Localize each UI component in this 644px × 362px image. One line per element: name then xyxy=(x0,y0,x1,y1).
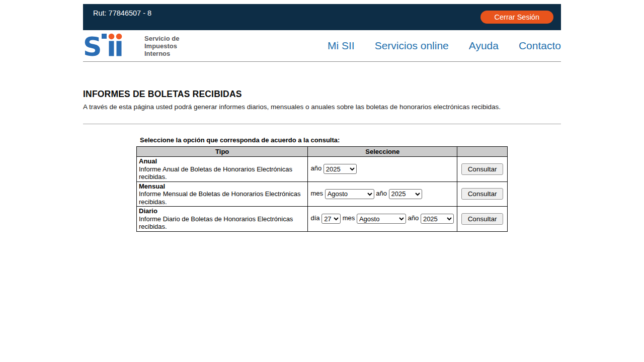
diario-month-select[interactable]: Agosto xyxy=(357,214,406,224)
nav-item-contacto[interactable]: Contacto xyxy=(519,40,561,52)
table-row-diario: Diario Informe Diario de Boletas de Hono… xyxy=(137,207,508,232)
intro-divider xyxy=(83,124,561,124)
select-cell-diario: día 27 mes Agosto año 2025 xyxy=(308,207,457,232)
tipo-desc-anual: Informe Anual de Boletas de Honorarios E… xyxy=(139,165,292,181)
svg-text:S: S xyxy=(83,32,102,57)
button-cell-mensual: Consultar xyxy=(457,182,508,207)
consultar-diario-button[interactable]: Consultar xyxy=(461,213,504,225)
tipo-desc-mensual: Informe Mensual de Boletas de Honorarios… xyxy=(139,190,301,206)
logo-text-line1: Servicio de xyxy=(144,35,179,42)
tipo-cell-anual: Anual Informe Anual de Boletas de Honora… xyxy=(137,157,308,182)
nav-item-servicios-online[interactable]: Servicios online xyxy=(375,40,449,52)
tipo-name-mensual: Mensual xyxy=(139,183,165,190)
session-bar: Rut: 77846507 - 8 Cerrar Sesión xyxy=(83,4,561,30)
tipo-name-diario: Diario xyxy=(139,207,157,215)
mensual-month-label: mes xyxy=(310,190,323,197)
anual-year-label: año xyxy=(310,165,321,172)
table-row-anual: Anual Informe Anual de Boletas de Honora… xyxy=(137,157,508,182)
diario-day-label: día xyxy=(310,215,319,222)
tipo-cell-diario: Diario Informe Diario de Boletas de Hono… xyxy=(137,207,308,232)
diario-year-select[interactable]: 2025 xyxy=(421,214,454,224)
table-row-mensual: Mensual Informe Mensual de Boletas de Ho… xyxy=(137,182,508,207)
site-header: S Servicio de Impuestos Internos Mi SII … xyxy=(83,30,561,62)
anual-year-select[interactable]: 2025 xyxy=(324,164,357,174)
consulta-caption: Seleccione la opción que corresponda de … xyxy=(136,136,508,144)
sii-logo[interactable]: S Servicio de Impuestos Internos xyxy=(83,32,179,59)
logo-text-line3: Internos xyxy=(144,50,170,57)
tipo-cell-mensual: Mensual Informe Mensual de Boletas de Ho… xyxy=(137,182,308,207)
nav-item-ayuda[interactable]: Ayuda xyxy=(469,40,499,52)
nav-item-mi-sii[interactable]: Mi SII xyxy=(328,40,355,52)
page-intro: INFORMES DE BOLETAS RECIBIDAS A través d… xyxy=(83,89,561,124)
rut-label: Rut: 77846507 - 8 xyxy=(93,9,151,17)
button-cell-diario: Consultar xyxy=(457,207,508,232)
table-header-row: Tipo Seleccione xyxy=(137,147,508,157)
consultar-mensual-button[interactable]: Consultar xyxy=(461,188,504,200)
page-container: Rut: 77846507 - 8 Cerrar Sesión S Servic… xyxy=(83,4,561,232)
select-cell-mensual: mes Agosto año 2025 xyxy=(308,182,457,207)
sii-logo-text: Servicio de Impuestos Internos xyxy=(144,35,179,57)
diario-month-label: mes xyxy=(343,215,355,222)
button-cell-anual: Consultar xyxy=(457,157,508,182)
tipo-desc-diario: Informe Diario de Boletas de Honorarios … xyxy=(139,215,293,231)
page-title: INFORMES DE BOLETAS RECIBIDAS xyxy=(83,89,561,100)
mensual-year-select[interactable]: 2025 xyxy=(389,189,422,199)
mensual-year-label: año xyxy=(376,190,387,197)
sii-logo-icon: S xyxy=(83,32,139,59)
page-description: A través de esta página usted podrá gene… xyxy=(83,103,561,111)
logo-text-line2: Impuestos xyxy=(144,42,177,50)
column-header-tipo: Tipo xyxy=(137,147,308,157)
main-nav: Mi SII Servicios online Ayuda Contacto xyxy=(328,40,561,52)
column-header-action xyxy=(457,147,508,157)
diario-year-label: año xyxy=(408,215,419,222)
logout-button[interactable]: Cerrar Sesión xyxy=(480,11,553,24)
column-header-seleccione: Seleccione xyxy=(308,147,457,157)
diario-day-select[interactable]: 27 xyxy=(321,214,341,224)
tipo-name-anual: Anual xyxy=(139,157,157,165)
select-cell-anual: año 2025 xyxy=(308,157,457,182)
consulta-table: Tipo Seleccione Anual Informe Anual de B… xyxy=(136,146,508,232)
consultar-anual-button[interactable]: Consultar xyxy=(461,163,504,175)
mensual-month-select[interactable]: Agosto xyxy=(325,189,374,199)
consulta-section: Seleccione la opción que corresponda de … xyxy=(136,136,508,232)
